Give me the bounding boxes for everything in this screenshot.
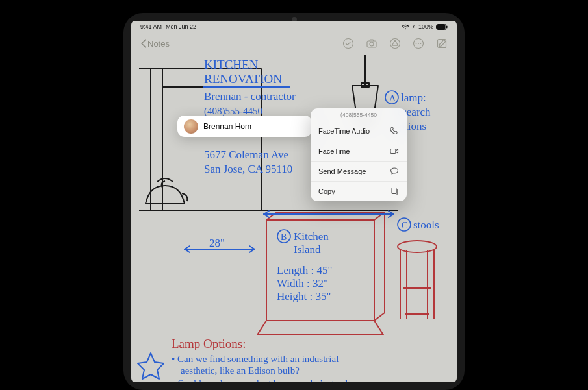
charge-icon: ⚡︎ [412, 24, 416, 30]
phone-icon [390, 127, 399, 136]
checkmark-icon[interactable] [342, 38, 354, 49]
menu-facetime-audio[interactable]: FaceTime Audio [311, 121, 407, 141]
menu-facetime[interactable]: FaceTime [311, 141, 407, 161]
hw-dim-l: Length : 45" [277, 264, 332, 276]
more-icon[interactable] [413, 38, 424, 49]
nav-bar: Notes [131, 32, 457, 55]
svg-rect-22 [392, 188, 396, 194]
menu-label: Copy [318, 188, 335, 195]
svg-point-3 [344, 39, 353, 49]
ipad-frame: 9:41 AM Mon Jun 22 ⚡︎ 100% Notes [123, 13, 465, 390]
menu-label: Send Message [318, 167, 366, 175]
wifi-icon [402, 24, 409, 30]
hw-label-a: A [389, 93, 396, 103]
handwriting-canvas[interactable]: KITCHEN RENOVATION Brennan - contractor … [131, 55, 457, 382]
back-button[interactable]: Notes [140, 39, 170, 49]
hw-label-b: B [281, 232, 287, 242]
hw-dim-w: Width : 32" [277, 277, 328, 289]
svg-point-5 [370, 42, 374, 46]
hw-addr2: San Jose, CA 95110 [204, 163, 292, 175]
hw-island2: Island [294, 243, 321, 256]
hw-dim-h: Height : 35" [277, 290, 331, 302]
menu-label: FaceTime [318, 147, 350, 155]
svg-rect-2 [446, 25, 448, 28]
hw-contractor: Brennan - contractor [204, 90, 296, 103]
svg-point-10 [420, 43, 422, 44]
screen: 9:41 AM Mon Jun 22 ⚡︎ 100% Notes [131, 21, 457, 382]
status-time: 9:41 AM [140, 23, 162, 30]
hw-28: 28" [209, 237, 225, 249]
hw-lamp1: lamp: [401, 91, 426, 104]
hw-opt1b: aesthetic, like an Edison bulb? [181, 365, 300, 376]
avatar [184, 119, 198, 134]
hw-stools: stools [413, 219, 439, 231]
svg-text:• Can we find something with a: • Can we find something with an industri… [172, 354, 339, 364]
hw-addr1: 5677 Coleman Ave [204, 149, 288, 161]
hw-island1: Kitchen [294, 230, 329, 243]
svg-text:• Could one long pendant lamp : • Could one long pendant lamp work, inst… [172, 378, 348, 382]
message-icon [390, 167, 399, 176]
hw-opt2: Could one long pendant lamp work, instea… [177, 378, 348, 382]
context-menu: (408)555-4450 FaceTime Audio FaceTime Se… [311, 108, 407, 201]
hw-label-c: C [402, 221, 407, 230]
menu-copy[interactable]: Copy [311, 181, 407, 201]
copy-icon [390, 187, 399, 196]
video-icon [390, 147, 399, 156]
menu-phone: (408)555-4450 [311, 108, 407, 121]
svg-rect-21 [390, 149, 396, 154]
markup-icon[interactable] [389, 38, 401, 49]
contact-name: Brennan Hom [203, 122, 251, 131]
battery-icon [436, 24, 448, 30]
camera-icon[interactable] [366, 38, 377, 49]
svg-point-8 [416, 43, 417, 44]
back-label: Notes [147, 39, 170, 49]
hw-opt-head: Lamp Options: [172, 337, 246, 350]
hw-opt1: Can we find something with an industrial [177, 354, 339, 364]
status-bar: 9:41 AM Mon Jun 22 ⚡︎ 100% [131, 21, 457, 32]
compose-icon[interactable] [436, 38, 448, 49]
hw-title-2: RENOVATION [204, 72, 282, 86]
svg-point-13 [398, 241, 437, 252]
menu-send-message[interactable]: Send Message [311, 161, 407, 181]
svg-rect-1 [437, 25, 446, 29]
menu-label: FaceTime Audio [318, 127, 370, 135]
hw-title-1: KITCHEN [204, 58, 259, 71]
svg-point-9 [418, 43, 419, 44]
status-date: Mon Jun 22 [166, 23, 196, 30]
contact-chip[interactable]: Brennan Hom [177, 116, 312, 137]
battery-pct: 100% [418, 23, 433, 30]
